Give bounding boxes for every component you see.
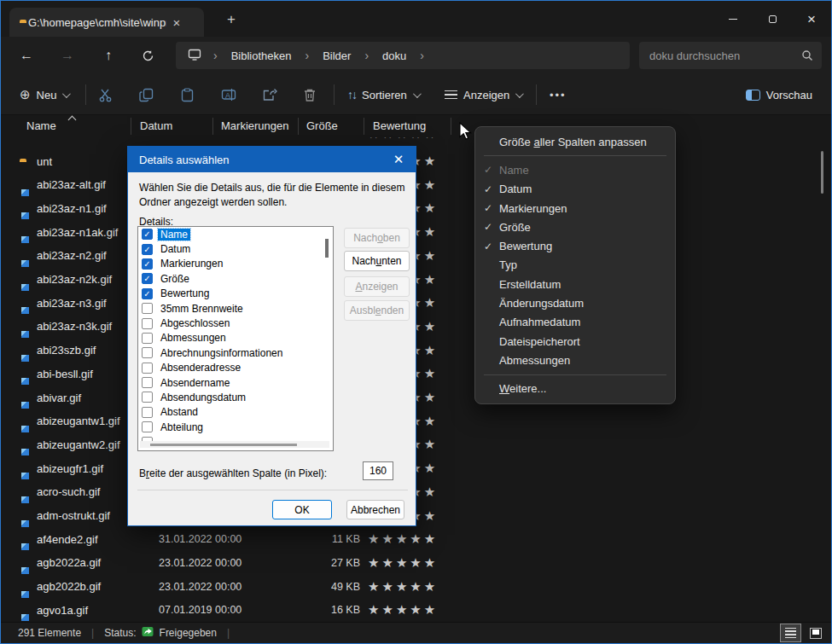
item-checkbox[interactable] [142,421,153,432]
hide-button[interactable]: Ausblenden [344,300,410,321]
up-button[interactable]: ↑ [95,43,122,68]
item-checkbox[interactable]: ✓ [142,229,153,240]
file-name[interactable]: abizeugantw1.gif [37,415,120,427]
details-list-item[interactable]: Abmessungen [138,331,333,345]
thumbnail-view-button[interactable] [805,624,826,642]
paste-button[interactable] [173,81,201,108]
item-checkbox[interactable] [142,377,153,388]
listbox-hscrollbar[interactable] [140,441,329,448]
menu-item-größe-aller-spalten-anpassen[interactable]: Größe aller Spalten anpassen [475,132,675,151]
column-name[interactable]: Name [26,119,56,132]
menu-item-datum[interactable]: ✓Datum [475,180,675,199]
list-scrollbar-thumb[interactable] [821,151,823,194]
column-markierungen[interactable]: Markierungen [221,119,289,132]
minimize-button[interactable] [713,1,753,37]
details-list-item[interactable]: Absenderadresse [138,361,333,375]
item-checkbox[interactable] [142,407,153,418]
item-checkbox[interactable]: ✓ [142,244,153,255]
new-button[interactable]: ⊕ Neu [13,81,75,108]
details-list-item[interactable]: ✓Bewertung [138,287,333,301]
search-box[interactable]: doku durchsuchen [639,42,822,69]
file-name[interactable]: abizeugfr1.gif [37,462,103,475]
details-list-item[interactable]: ✓Name [138,227,333,241]
column-groesse[interactable]: Größe [306,119,338,132]
tab-close-icon[interactable]: × [168,15,185,30]
delete-button[interactable] [296,81,323,108]
details-list-item[interactable]: Absendungsdatum [138,390,333,404]
menu-item-erstelldatum[interactable]: Erstelldatum [475,275,675,293]
details-list-item[interactable]: Absendername [138,375,333,390]
details-view-button[interactable] [780,624,801,642]
details-list-item[interactable]: Abrechnungsinformationen [138,345,333,360]
new-tab-button[interactable]: + [221,11,241,28]
move-up-button[interactable]: Nach oben [344,228,410,248]
forward-button[interactable]: → [54,43,81,68]
file-name[interactable]: abizeugantw2.gif [37,438,120,451]
column-width-input[interactable]: 160 [363,461,393,480]
file-name[interactable]: abi23az-n1.gif [37,202,107,215]
breadcrumb-bilder[interactable]: Bilder [321,49,352,62]
menu-item-weitere-[interactable]: Weitere... [475,380,675,398]
copy-button[interactable] [132,81,160,108]
explorer-tab[interactable]: G:\homepage\cmh\site\winpr × [9,8,204,37]
file-name[interactable]: agb2022a.gif [37,556,101,569]
item-checkbox[interactable] [142,303,153,314]
file-name[interactable]: abivar.gif [37,392,81,404]
menu-item-abmessungen[interactable]: Abmessungen [475,351,675,369]
details-list-item[interactable]: Abteilung [138,420,333,434]
menu-item-dateispeicherort[interactable]: Dateispeicherort [475,332,675,351]
menu-item-markierungen[interactable]: ✓Markierungen [475,199,675,218]
move-down-button[interactable]: Nach unten [344,251,410,271]
item-checkbox[interactable] [142,392,153,403]
cut-button[interactable] [91,81,119,108]
menu-item-typ[interactable]: Typ [475,256,675,275]
file-name[interactable]: abi23szb.gif [37,344,96,357]
item-checkbox[interactable]: ✓ [142,273,153,284]
file-name[interactable]: abi23az-n2k.gif [37,273,112,286]
rename-button[interactable]: A [214,81,243,108]
item-checkbox[interactable] [142,363,153,374]
file-name[interactable]: acro-such.gif [37,485,100,498]
item-checkbox[interactable]: ✓ [142,258,153,270]
file-name[interactable]: abi23az-n1ak.gif [37,226,118,239]
show-button[interactable]: Anzeigen [344,276,410,297]
file-name[interactable]: abi23az-n3.gif [37,297,107,310]
dialog-close-button[interactable]: ✕ [381,147,416,172]
details-listbox[interactable]: ✓Name✓Datum✓Markierungen✓Größe✓Bewertung… [137,226,334,451]
close-button[interactable]: × [792,1,831,37]
details-list-item[interactable]: Abstand [138,405,333,420]
item-checkbox[interactable] [142,318,153,329]
listbox-hscroll-thumb[interactable] [150,444,297,446]
file-name[interactable]: abi-besll.gif [37,368,93,380]
share-button[interactable] [255,81,284,108]
column-datum[interactable]: Datum [140,119,172,132]
breadcrumb-doku[interactable]: doku [381,49,408,62]
dialog-title-bar[interactable]: Details auswählen [128,147,416,172]
refresh-button[interactable] [134,43,161,68]
menu-item-bewertung[interactable]: ✓Bewertung [475,236,675,255]
file-name[interactable]: abi23az-alt.gif [37,178,106,191]
file-name[interactable]: agvo1a.gif [37,604,88,617]
menu-item-aufnahmedatum[interactable]: Aufnahmedatum [475,313,675,332]
more-options-button[interactable]: ••• [543,81,573,108]
file-row[interactable]: agb2022a.gif23.01.2022 00:0027 KB★★★★★ [1,551,831,575]
file-name[interactable]: unt [37,155,52,168]
column-bewertung[interactable]: Bewertung [373,119,426,132]
file-row[interactable]: agb2022b.gif23.01.2022 00:0049 KB★★★★★ [1,575,831,599]
ok-button[interactable]: OK [272,500,332,519]
details-list-item[interactable]: ✓Datum [138,241,333,256]
rating-stars[interactable]: ★★★★★ [368,579,438,595]
file-name[interactable]: agb2022b.gif [37,580,101,593]
details-list-item[interactable]: Abgeschlossen [138,316,333,330]
file-row[interactable]: af4ende2.gif31.01.2022 00:0011 KB★★★★★ [1,527,831,551]
file-name[interactable]: abi23az-n3k.gif [37,320,112,333]
view-button[interactable]: Anzeigen [438,81,528,108]
breadcrumb-bibliotheken[interactable]: Bibliotheken [230,49,294,62]
details-list-item[interactable]: 35mm Brennweite [138,301,333,316]
maximize-button[interactable] [753,1,792,37]
rating-stars[interactable]: ★★★★★ [368,531,438,547]
details-list-item[interactable]: ✓Markierungen [138,257,333,271]
listbox-vscroll-thumb[interactable] [325,239,329,258]
file-name[interactable]: adm-ostrukt.gif [37,509,110,522]
menu-item-größe[interactable]: ✓Größe [475,218,675,236]
